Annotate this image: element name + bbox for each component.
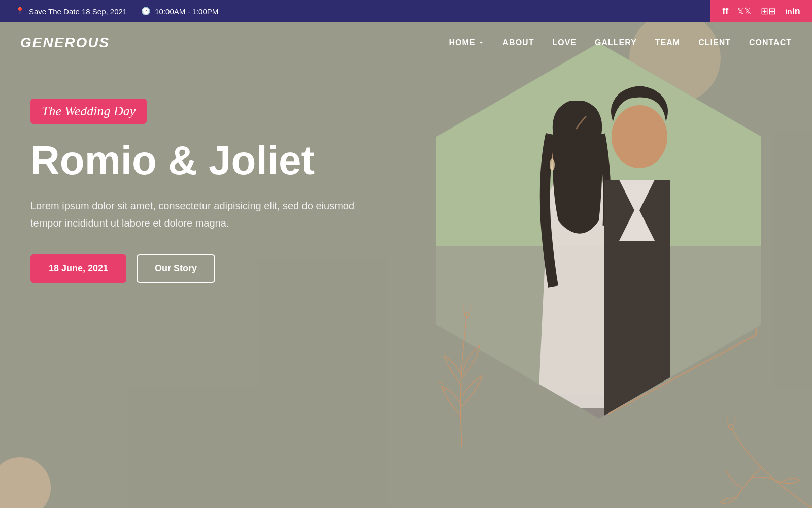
twitter-icon[interactable]: 𝕏 [737,6,752,17]
facebook-icon[interactable]: f [722,6,728,17]
couple-name: Romio & Joliet [30,138,386,183]
nav-item-home[interactable]: HOME [449,38,485,47]
site-logo[interactable]: GENEROUS [20,35,449,51]
topbar-left: 📍 Save The Date 18 Sep, 2021 🕐 10:00AM -… [0,7,710,16]
nav-item-gallery[interactable]: GALLERY [595,38,637,47]
nav-link-gallery[interactable]: GALLERY [595,38,637,47]
pin-icon: 📍 [15,7,25,16]
our-story-button[interactable]: Our Story [137,254,215,283]
nav-link-contact[interactable]: CONTACT [749,38,792,47]
time-item: 🕐 10:00AM - 1:00PM [141,7,218,16]
clock-icon: 🕐 [141,7,151,16]
topbar: 📍 Save The Date 18 Sep, 2021 🕐 10:00AM -… [0,0,812,22]
nav-item-love[interactable]: LOVE [552,38,577,47]
nav-links: HOME ABOUT LOVE GALLERY TEAM CLIENT CONT… [449,38,792,47]
floral-decoration-bottom-right [700,396,812,508]
svg-point-13 [439,382,442,385]
linkedin-icon[interactable]: in [785,6,800,17]
hero-description: Lorem ipsum dolor sit amet, consectetur … [30,197,355,232]
wedding-day-badge: The Wedding Day [30,99,147,124]
nav-item-client[interactable]: CLIENT [698,38,731,47]
nav-link-about[interactable]: ABOUT [503,38,534,47]
floral-decoration-left [431,305,492,457]
nav-link-client[interactable]: CLIENT [698,38,731,47]
hero-content: The Wedding Day Romio & Joliet Lorem ips… [30,99,386,283]
save-date-item: 📍 Save The Date 18 Sep, 2021 [15,7,127,16]
nav-item-team[interactable]: TEAM [655,38,680,47]
time-text: 10:00AM - 1:00PM [155,7,218,16]
nav-link-team[interactable]: TEAM [655,38,680,47]
nav-link-love[interactable]: LOVE [552,38,577,47]
hero-buttons: 18 June, 2021 Our Story [30,254,386,283]
nav-link-home[interactable]: HOME [449,38,485,47]
hero-section: GENEROUS HOME ABOUT LOVE GALLERY TEAM CL… [0,22,812,508]
topbar-social: f 𝕏 ⊞ in [710,0,812,22]
date-button[interactable]: 18 June, 2021 [30,254,126,283]
save-date-text: Save The Date 18 Sep, 2021 [29,7,127,16]
dropdown-chevron-icon [478,39,485,46]
flickr-icon[interactable]: ⊞ [761,6,776,17]
nav-item-contact[interactable]: CONTACT [749,38,792,47]
nav-item-about[interactable]: ABOUT [503,38,534,47]
navbar: GENEROUS HOME ABOUT LOVE GALLERY TEAM CL… [0,22,812,63]
